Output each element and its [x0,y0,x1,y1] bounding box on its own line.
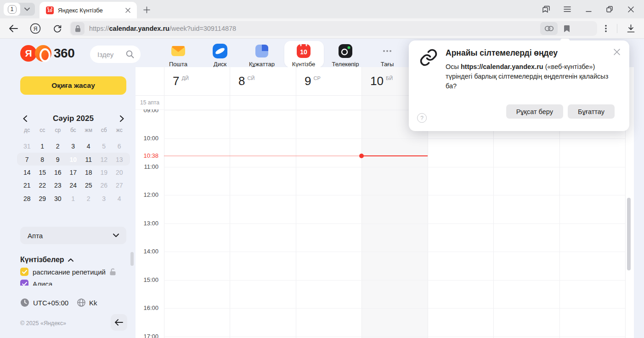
mini-calendar-day[interactable]: 28 [19,192,35,205]
mini-calendar-day[interactable]: 18 [81,166,96,179]
mini-calendar-day[interactable]: 24 [66,179,81,192]
hour-label: 16:00 [136,304,158,311]
mini-calendar-day[interactable]: 20 [112,166,127,179]
services-bar: Пошта Диск Құжаттар 10 Күнтізбе Телекөпі… [162,43,404,68]
bookmark-icon[interactable] [559,22,574,35]
link-icon [419,48,438,67]
day-header-tue[interactable]: 8 СЙ [230,67,295,95]
time-grid[interactable]: 10:38 09:0010:0011:0012:0013:0014:0015:0… [136,109,634,338]
mini-calendar-day[interactable]: 26 [96,179,112,192]
menu-icon[interactable] [557,3,578,16]
current-time-label: 10:38 [136,152,158,159]
search-box[interactable] [90,46,141,63]
mini-calendar-day[interactable]: 17 [66,166,81,179]
service-documents[interactable]: Құжаттар [245,43,278,68]
tab-close-icon[interactable] [123,6,132,15]
mini-calendar-day[interactable]: 21 [19,179,35,192]
mini-calendar-day[interactable]: 14 [19,166,35,179]
mini-calendar-day[interactable]: 16 [50,166,66,179]
mini-calendar-day[interactable]: 2 [81,192,96,205]
create-event-button[interactable]: Оқиға жасау [20,76,126,95]
calendar-checkbox[interactable] [20,268,28,276]
mini-calendar-day[interactable]: 7 [19,153,35,166]
mini-calendar-today[interactable]: 10 [66,153,81,166]
mini-calendar-day[interactable]: 8 [35,153,51,166]
telemost-icon [337,43,354,59]
yandex-360-logo[interactable]: Я 360 [20,45,74,62]
language-row[interactable]: Kk [77,297,97,308]
mini-calendar-day[interactable]: 6 [112,140,127,153]
mini-calendar-day[interactable]: 3 [96,192,112,205]
hour-label: 17:00 [136,333,158,338]
minimize-icon[interactable] [578,3,599,16]
service-telemost[interactable]: Телекөпір [329,43,362,68]
mini-calendar-day[interactable]: 4 [112,192,127,205]
popup-close-icon[interactable] [612,47,622,57]
mini-calendar-day[interactable]: 25 [81,179,96,192]
hour-label: 12:00 [136,191,158,198]
chevron-down-icon[interactable] [20,3,34,16]
timezone-row[interactable]: UTC+05:00 [20,297,68,308]
mini-calendar-day[interactable]: 30 [50,192,66,205]
mini-calendar-day[interactable]: 11 [81,153,96,166]
tab-group-button[interactable]: 1 [4,3,35,16]
view-selector[interactable]: Апта [20,227,126,244]
service-mail[interactable]: Пошта [162,43,195,68]
mini-calendar-day[interactable]: 9 [50,153,66,166]
mini-calendar-day[interactable]: 2 [50,140,66,153]
mini-calendar-weekday: жс [112,127,127,133]
mini-calendar-day[interactable]: 5 [96,140,112,153]
address-bar[interactable]: https://calendar.yandex.ru/week?uid=3091… [70,21,597,36]
search-input[interactable] [97,51,126,58]
side-panels-icon[interactable] [536,3,557,16]
mini-calendar-day[interactable]: 1 [35,140,51,153]
close-window-icon[interactable] [620,3,641,16]
mini-calendar-day[interactable]: 4 [81,140,96,153]
service-disk[interactable]: Диск [203,43,237,68]
service-calendar[interactable]: 10 Күнтізбе [287,43,320,68]
back-icon[interactable] [6,22,20,35]
downloads-icon[interactable] [624,22,638,35]
calendar-checkbox[interactable] [20,280,28,286]
block-button[interactable]: Бұғаттау [568,104,615,119]
mini-calendar-day[interactable]: 31 [19,140,35,153]
calendar-name: Алиса [33,280,52,286]
prev-month-icon[interactable] [20,114,29,123]
hour-line [164,308,625,309]
mini-calendar-day[interactable]: 13 [112,153,127,166]
mini-calendar-day[interactable]: 3 [66,140,81,153]
new-tab-button[interactable] [141,4,153,16]
yandex-logo-icon: Я [20,45,37,62]
mini-calendar-day[interactable]: 29 [35,192,51,205]
yandex-zen-icon[interactable]: Я [28,22,42,35]
mini-calendar-day[interactable]: 1 [66,192,81,205]
lock-icon[interactable] [71,22,85,35]
day-header-wed[interactable]: 9 СР [296,67,362,95]
service-more[interactable]: Тағы [371,43,404,68]
calendars-heading[interactable]: Күнтізбелер [0,254,129,266]
day-header-mon[interactable]: 7 ДЙ [164,67,230,95]
hour-line [164,280,625,281]
mini-calendar-day[interactable]: 19 [96,166,112,179]
globe-icon [77,298,85,307]
collapse-sidebar-button[interactable] [111,314,127,331]
mini-calendar-day[interactable]: 22 [35,179,51,192]
svg-text:Я: Я [34,26,38,32]
special-links-icon[interactable] [540,22,558,35]
calendar-list-item[interactable]: расписание репетиций [0,266,129,278]
mini-calendar-day[interactable]: 12 [96,153,112,166]
timezone-value: UTC+05:00 [33,299,68,307]
mini-calendar-day[interactable]: 27 [112,179,127,192]
sidebar-scrollbar[interactable] [130,252,134,266]
mini-calendar-day[interactable]: 23 [50,179,66,192]
allow-button[interactable]: Рұқсат беру [506,104,563,119]
refresh-icon[interactable] [51,22,64,35]
next-month-icon[interactable] [117,114,126,123]
calendar-scrollbar[interactable] [627,198,631,270]
maximize-icon[interactable] [599,3,620,16]
help-icon[interactable]: ? [417,113,427,123]
browser-tab[interactable]: 10 Яндекс Күнтізбе [40,2,137,18]
calendar-list-item[interactable]: Алиса [0,278,129,286]
mini-calendar-day[interactable]: 15 [35,166,51,179]
more-options-icon[interactable] [601,22,611,35]
